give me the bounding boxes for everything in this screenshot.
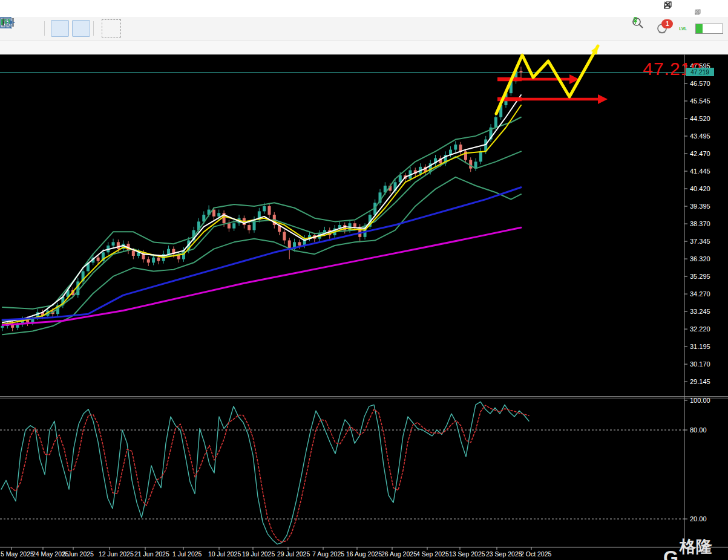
candle [147,259,150,263]
date-axis-label: 3 Jun 2025 [62,550,94,558]
current-price-badge: 47.219 [686,68,714,76]
oscillator-level-label: 100.00 [690,397,710,404]
date-axis-label: 2 Oct 2025 [520,550,552,558]
price-axis-label: 42.470 [690,150,710,157]
price-axis-label: 38.370 [690,220,710,227]
date-axis-label: 12 Jun 2025 [99,550,134,558]
price-axis-label: 39.395 [690,203,710,210]
date-axis-label: 4 Sep 2025 [416,550,449,558]
price-axis-label: 33.245 [690,308,710,315]
date-axis-label: 5 May 2025 [1,550,34,558]
candle [157,258,160,261]
date-axis-label: 7 Aug 2025 [312,550,344,558]
red-arrowhead [598,94,608,104]
candle [1,326,4,328]
date-axis-label: 16 Aug 2025 [346,550,382,558]
date-axis-label: 1 Jul 2025 [172,550,202,558]
candle [283,232,286,240]
candle [459,145,462,151]
candle [212,210,215,217]
price-axis-label: 30.170 [690,360,710,368]
candle [167,249,170,254]
price-axis-label: 34.270 [690,290,710,298]
watermark-logo: G [663,548,677,560]
candle [248,225,251,230]
price-axis-label: 46.570 [690,80,710,87]
chart-canvas[interactable]: 47.59546.57045.54544.52043.49542.47041.4… [0,0,728,560]
ma-magenta-line [2,227,521,325]
stochastic-d-line [11,405,529,542]
candle [97,258,100,261]
candle [263,206,266,211]
candle [494,117,497,128]
price-axis-label: 31.195 [690,343,710,350]
price-axis-label: 36.320 [690,255,710,262]
price-axis-label: 35.295 [690,273,710,280]
watermark-text: 格隆汇 [680,536,728,560]
price-axis-label: 45.545 [690,97,710,105]
date-axis-label: 23 Sep 2025 [486,550,522,558]
date-axis-label: 26 Aug 2025 [381,550,417,558]
candle [112,242,115,246]
price-axis-label: 44.520 [690,115,710,122]
candle [232,223,235,228]
candle [298,242,301,246]
price-axis-label: 43.495 [690,132,710,140]
date-axis-label: 13 Sep 2025 [449,550,485,558]
candle [228,223,231,228]
candle [132,250,135,255]
candle [519,71,522,72]
price-axis-label: 40.420 [690,185,710,192]
date-axis-label: 10 Jul 2025 [208,550,241,558]
candle [152,258,155,262]
price-axis-label: 29.145 [690,378,710,385]
candle [76,281,79,295]
date-axis-label: 19 Jul 2025 [242,550,275,558]
price-axis-label: 32.220 [690,325,710,333]
price-axis-label: 41.445 [690,168,710,175]
price-axis-label: 37.345 [690,238,710,245]
candle [267,206,271,215]
date-axis-label: 29 Jul 2025 [277,550,310,558]
candle [454,145,457,149]
ma-yellow-line [2,105,521,324]
stochastic-k-line [1,402,529,544]
candle [353,223,356,227]
date-axis-label: 21 Jun 2025 [134,550,169,558]
watermark: G 格隆汇 [663,536,728,560]
oscillator-level-label: 20.00 [690,515,707,523]
candle [217,213,220,217]
oscillator-level-label: 80.00 [690,426,707,434]
ma-blue-line [2,187,521,320]
candle [117,242,120,249]
candle [479,151,482,161]
bollinger-middle-line [2,151,521,321]
